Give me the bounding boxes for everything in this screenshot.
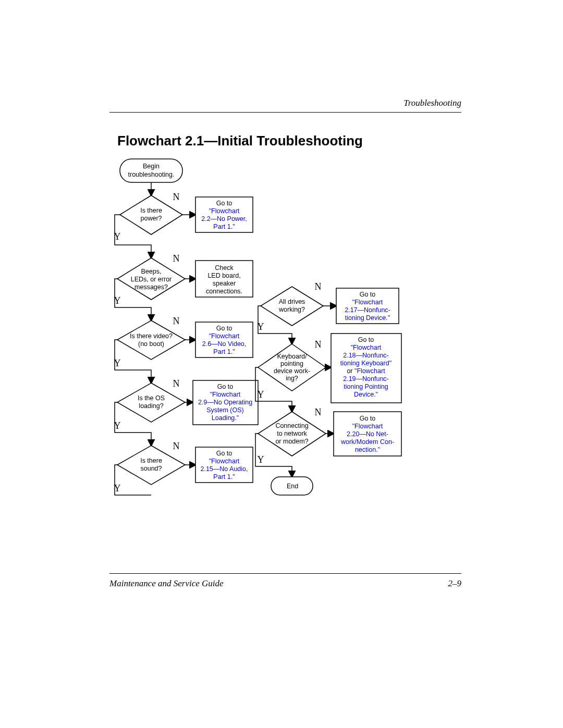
flowchart: Begin troubleshooting. Is there power? N… [109,156,464,558]
svg-text:All drives: All drives [279,298,305,305]
svg-text:N: N [173,441,180,451]
decision-beeps: Beeps, LEDs, or error messages? [117,258,185,300]
svg-text:loading?: loading? [139,402,163,410]
process-nonfunc-device: Go to "Flowchart 2.17—Nonfunc- tioning D… [336,288,399,324]
svg-text:N: N [315,407,322,417]
svg-text:sound?: sound? [140,465,162,472]
svg-text:Go to: Go to [216,200,232,207]
svg-text:tioning Keyboard": tioning Keyboard" [340,360,391,367]
svg-text:LEDs, or error: LEDs, or error [131,276,172,283]
decision-os: Is the OS loading? [117,383,185,422]
svg-text:to network: to network [277,430,307,437]
svg-text:"Flowchart: "Flowchart [210,391,241,398]
node-end: End [271,477,313,495]
svg-text:N: N [173,192,180,202]
svg-text:LED board,: LED board, [207,272,240,279]
svg-text:work/Modem Con-: work/Modem Con- [340,438,394,446]
svg-text:Y: Y [258,322,264,332]
svg-text:connections.: connections. [206,288,242,295]
svg-text:2.15—No Audio,: 2.15—No Audio, [200,465,248,473]
svg-text:Y: Y [114,295,121,306]
svg-text:System (OS): System (OS) [206,406,244,414]
svg-text:Beeps,: Beeps, [141,268,162,275]
svg-text:Go to: Go to [216,450,232,457]
svg-text:Y: Y [114,421,121,431]
svg-text:Check: Check [215,264,234,272]
svg-text:ing?: ing? [286,375,298,382]
svg-text:Part 1.": Part 1." [213,348,235,355]
svg-text:Y: Y [114,483,121,493]
svg-text:N: N [315,281,322,292]
svg-text:tioning Pointing: tioning Pointing [344,383,388,390]
decision-network: Connecting to network or modem? [258,412,326,456]
svg-text:Y: Y [258,454,264,465]
svg-text:(no boot): (no boot) [138,340,164,348]
svg-text:"Flowchart: "Flowchart [352,299,383,306]
header-label: Troubleshooting [403,98,461,108]
svg-text:2.18—Nonfunc-: 2.18—Nonfunc- [343,352,389,359]
svg-text:N: N [173,378,180,389]
svg-text:working?: working? [278,306,305,313]
svg-text:device work-: device work- [274,367,310,375]
svg-text:Go to: Go to [217,383,234,390]
svg-text:power?: power? [141,215,162,222]
svg-text:"Flowchart: "Flowchart [209,458,240,465]
svg-text:Part 1.": Part 1." [213,223,235,230]
svg-text:Go to: Go to [358,336,374,343]
svg-text:N: N [173,253,180,264]
decision-video: Is there video? (no boot) [117,320,185,360]
svg-text:Device.": Device." [354,391,378,398]
svg-text:messages?: messages? [134,283,168,291]
header-rule [109,112,461,113]
svg-text:or "Flowchart: or "Flowchart [347,367,385,375]
svg-text:"Flowchart: "Flowchart [352,423,383,430]
node-begin: Begin troubleshooting. [120,159,182,182]
svg-text:or modem?: or modem? [275,438,308,445]
svg-text:N: N [315,339,322,350]
svg-text:2.19—Nonfunc-: 2.19—Nonfunc- [343,375,389,382]
svg-text:Y: Y [114,358,121,368]
footer-right: 2–9 [448,578,462,589]
process-check-led: Check LED board, speaker connections. [195,261,253,297]
svg-text:Is there: Is there [140,207,162,214]
svg-text:Go to: Go to [216,325,232,332]
decision-sound: Is there sound? [117,446,185,485]
process-no-audio: Go to "Flowchart 2.15—No Audio, Part 1." [195,447,253,483]
svg-text:"Flowchart: "Flowchart [209,207,240,215]
svg-text:Go to: Go to [360,415,376,422]
decision-keyboard: Keyboard/ pointing device work- ing? [258,344,326,391]
svg-text:2.20—No Net-: 2.20—No Net- [347,430,388,438]
svg-text:Loading.": Loading." [212,414,239,422]
svg-text:Is there video?: Is there video? [130,332,173,340]
svg-text:tioning Device.": tioning Device." [345,314,390,322]
process-nonfunc-keyboard: Go to "Flowchart 2.18—Nonfunc- tioning K… [331,334,401,403]
svg-text:Go to: Go to [360,291,376,298]
footer-left: Maintenance and Service Guide [109,578,224,589]
decision-drives: All drives working? [261,287,323,326]
svg-text:Part 1.": Part 1." [213,473,235,480]
svg-text:2.6—No Video,: 2.6—No Video, [202,340,247,348]
svg-text:"Flowchart: "Flowchart [351,344,382,351]
svg-text:troubleshooting.: troubleshooting. [128,171,175,178]
svg-text:Keyboard/: Keyboard/ [277,353,308,360]
svg-text:Y: Y [114,231,121,242]
footer-rule [109,573,461,574]
svg-text:Connecting: Connecting [275,422,308,429]
svg-text:pointing: pointing [280,360,303,367]
svg-text:nection.": nection." [355,446,380,453]
svg-text:2.2—No Power,: 2.2—No Power, [201,215,247,223]
process-no-os: Go to "Flowchart 2.9—No Operating System… [193,380,258,425]
process-no-network: Go to "Flowchart 2.20—No Net- work/Modem… [334,412,401,456]
process-no-power: Go to "Flowchart 2.2—No Power, Part 1." [195,197,253,232]
svg-text:"Flowchart: "Flowchart [209,332,240,340]
svg-text:Is there: Is there [140,457,162,464]
svg-text:2.17—Nonfunc-: 2.17—Nonfunc- [345,306,390,314]
process-no-video: Go to "Flowchart 2.6—No Video, Part 1." [195,322,253,357]
svg-text:2.9—No Operating: 2.9—No Operating [198,399,252,406]
svg-text:Is the OS: Is the OS [138,394,165,402]
svg-text:Y: Y [258,389,264,400]
svg-text:N: N [173,316,180,326]
svg-text:End: End [287,483,298,490]
page-title: Flowchart 2.1—Initial Troubleshooting [117,133,363,149]
svg-text:Begin: Begin [143,163,160,170]
